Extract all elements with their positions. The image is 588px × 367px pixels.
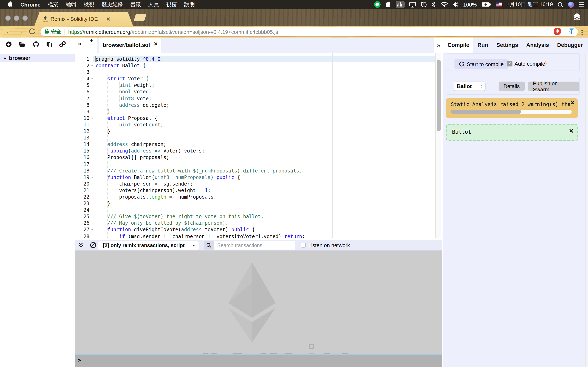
collapse-panel-icon[interactable]: « [78,40,82,47]
spotlight-search-icon[interactable] [557,1,563,8]
menu-item-4[interactable]: 歷史紀錄 [98,1,127,8]
new-file-icon[interactable] [6,41,12,49]
search-transactions-input[interactable] [214,241,295,249]
line-number[interactable]: 17 [75,161,93,167]
copy-files-icon[interactable] [46,41,52,49]
tree-caret-icon[interactable]: ▸ [4,56,6,60]
line-number[interactable]: 16 [75,154,93,161]
menu-item-7[interactable]: 視窗 [163,1,181,8]
menu-bar-clock[interactable]: 1月10日 週三 16:19 [507,1,553,8]
editor-file-tab-close-icon[interactable]: ✕ [154,41,158,47]
window-zoom-button[interactable] [22,16,28,21]
airplay-icon[interactable] [409,1,416,8]
notification-center-icon[interactable] [579,2,584,7]
editor-zoom-controls[interactable]: +− [90,38,93,46]
panel-tab-run[interactable]: Run [474,38,493,53]
menu-item-1[interactable]: 檔案 [44,1,62,8]
publish-swarm-button[interactable]: Publish on Swarm [528,82,579,91]
siri-icon[interactable] [568,1,574,8]
panel-tab-support[interactable]: Support [587,38,588,53]
us-flag-input-icon[interactable] [495,2,502,7]
line-number[interactable]: 18 [75,167,93,174]
contract-select[interactable]: Ballot ▲▼ [454,82,485,91]
line-number[interactable]: 27▾ [75,226,93,233]
panel-tab-analysis[interactable]: Analysis [522,38,553,53]
panel-tab-settings[interactable]: Settings [492,38,522,53]
line-number[interactable]: 10▾ [75,115,93,122]
editor-scrollbar[interactable] [435,53,441,238]
line-number[interactable]: 14 [75,141,93,148]
menu-item-6[interactable]: 人員 [145,1,163,8]
line-number[interactable]: 28 [75,233,93,238]
line-number[interactable]: 7 [75,95,93,102]
clear-terminal-icon[interactable] [90,242,96,250]
reload-button[interactable] [29,28,35,37]
line-number[interactable]: 25 [75,213,93,220]
menu-item-5[interactable]: 書籤 [127,1,145,8]
line-number[interactable]: 2▾ [75,62,93,69]
fold-arrow-icon[interactable]: ▾ [91,76,93,83]
github-import-icon[interactable] [33,41,39,49]
time-machine-icon[interactable] [421,1,427,8]
warning-close-icon[interactable]: ✕ [570,99,575,106]
editor-file-tab[interactable]: browser/ballot.sol ✕ [99,38,161,53]
line-number[interactable]: 11 [75,122,93,128]
line-app-icon[interactable] [374,1,381,8]
code-editor[interactable]: 12▾34▾5678910▾111213141516171819▾2021222… [75,53,441,238]
panel-tab-debugger[interactable]: Debugger [553,38,587,53]
back-button[interactable]: ← [6,28,12,35]
chrome-menu-icon[interactable] [581,30,583,35]
publish-gist-link-icon[interactable] [59,41,66,49]
line-number[interactable]: 24 [75,207,93,213]
menu-item-3[interactable]: 檢視 [80,1,98,8]
auto-compile-checkbox[interactable]: ✓ [507,61,512,67]
tab-close-icon[interactable]: ✕ [106,16,111,22]
forward-button[interactable]: → [17,28,23,35]
panel-scrollbar[interactable] [585,53,588,367]
listen-network-checkbox[interactable] [301,243,306,248]
audio-waveform-icon[interactable] [396,1,405,8]
window-minimize-button[interactable] [14,16,19,21]
badge-close-icon[interactable]: ✕ [569,128,574,134]
line-number[interactable]: 1 [75,56,93,62]
line-number[interactable]: 6 [75,89,93,95]
line-number[interactable]: 9 [75,108,93,115]
open-folder-icon[interactable] [19,42,26,49]
line-number[interactable]: 15 [75,148,93,154]
funnel-extension-icon[interactable] [568,27,576,37]
line-number[interactable]: 12 [75,128,93,134]
start-compile-button[interactable]: Start to compile [454,59,508,69]
window-close-button[interactable] [5,16,11,21]
fold-arrow-icon[interactable]: ▾ [91,115,93,122]
editor-scrollbar-thumb[interactable] [437,59,440,131]
menu-item-app[interactable]: Chrome [17,1,44,8]
browser-tab[interactable]: remix Remix - Solidity IDE ✕ [34,12,133,26]
panel-tab-compile[interactable]: Compile [443,38,474,53]
line-number[interactable]: 3 [75,69,93,75]
menu-item-8[interactable]: 說明 [181,1,199,8]
adblock-extension-icon[interactable] [553,27,562,37]
new-tab-button[interactable] [134,14,147,21]
bluetooth-icon[interactable] [432,1,436,8]
zoom-out-icon[interactable]: − [90,42,93,46]
wifi-icon[interactable] [441,2,448,7]
line-number[interactable]: 19▾ [75,174,93,180]
line-number[interactable]: 8 [75,102,93,108]
terminal-filter-dropdown[interactable]: [2] only remix transactions, script ▾ [98,241,199,249]
line-number[interactable]: 26 [75,220,93,226]
fold-arrow-icon[interactable]: ▾ [91,174,93,181]
file-tree-root[interactable]: ▸ browser [0,54,75,62]
line-number[interactable]: 5 [75,82,93,89]
line-number[interactable]: 4▾ [75,76,93,82]
line-number[interactable]: 13 [75,134,93,141]
line-number[interactable]: 23 [75,200,93,207]
line-number[interactable]: 21 [75,187,93,194]
terminal-prompt-row[interactable]: > [75,355,442,367]
menu-item-2[interactable]: 編輯 [62,1,80,8]
details-button[interactable]: Details [499,82,525,91]
line-number[interactable]: 20 [75,181,93,187]
evernote-icon[interactable] [385,1,391,8]
apple-menu-icon[interactable] [4,1,17,8]
expand-terminal-icon[interactable] [78,242,84,250]
fold-arrow-icon[interactable]: ▾ [91,227,93,234]
